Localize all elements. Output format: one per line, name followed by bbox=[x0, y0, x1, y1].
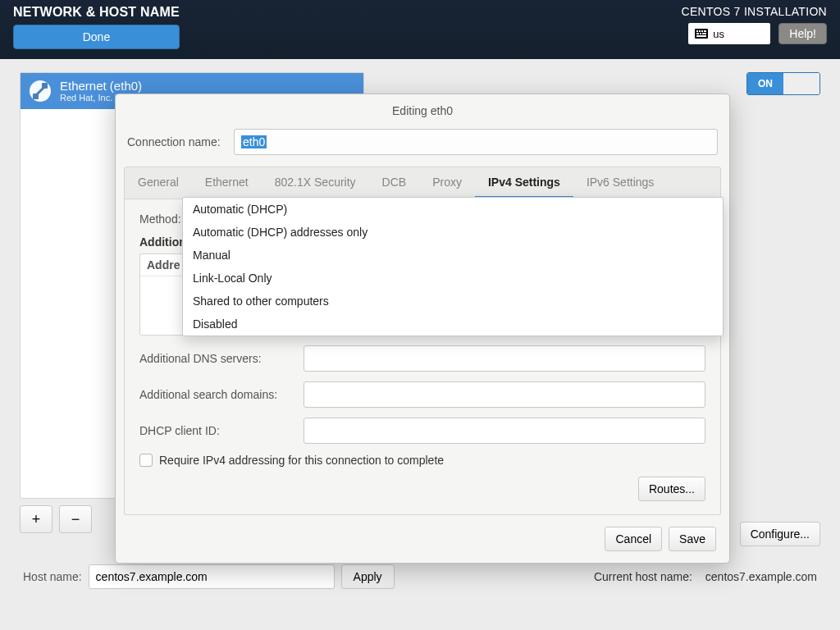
tab-dcb[interactable]: DCB bbox=[369, 167, 420, 199]
hostname-current: Current host name: centos7.example.com bbox=[594, 570, 817, 583]
svg-rect-4 bbox=[704, 30, 706, 32]
routes-row: Routes... bbox=[139, 477, 705, 501]
search-domains-row: Additional search domains: bbox=[139, 381, 705, 408]
tab-ipv4-settings[interactable]: IPv4 Settings bbox=[475, 167, 573, 199]
save-button[interactable]: Save bbox=[669, 527, 716, 551]
keyboard-indicator[interactable]: us bbox=[688, 23, 770, 44]
hostname-apply-button[interactable]: Apply bbox=[341, 564, 395, 589]
svg-rect-8 bbox=[696, 35, 706, 37]
header-tools: us Help! bbox=[688, 23, 827, 44]
svg-rect-1 bbox=[696, 30, 698, 32]
spoke-title: NETWORK & HOST NAME bbox=[13, 5, 180, 20]
keyboard-layout-label: us bbox=[713, 28, 724, 40]
dialog-buttons: Cancel Save bbox=[116, 515, 729, 551]
tab-proxy[interactable]: Proxy bbox=[419, 167, 475, 199]
dhcp-client-id-input[interactable] bbox=[304, 418, 705, 444]
svg-rect-2 bbox=[699, 30, 701, 32]
method-option-dhcp[interactable]: Automatic (DHCP) bbox=[183, 198, 723, 221]
dialog-title: Editing eth0 bbox=[116, 94, 729, 126]
installer-header: NETWORK & HOST NAME Done CENTOS 7 INSTAL… bbox=[0, 0, 840, 59]
tab-ipv6-settings[interactable]: IPv6 Settings bbox=[573, 167, 668, 199]
method-option-shared[interactable]: Shared to other computers bbox=[183, 290, 723, 313]
dhcp-client-id-row: DHCP client ID: bbox=[139, 418, 705, 444]
search-domains-input[interactable] bbox=[304, 381, 705, 408]
method-option-manual[interactable]: Manual bbox=[183, 244, 723, 267]
svg-rect-11 bbox=[42, 83, 48, 89]
connection-name-label: Connection name: bbox=[127, 135, 226, 148]
tab-8021x-security[interactable]: 802.1X Security bbox=[262, 167, 369, 199]
connection-name-value: eth0 bbox=[241, 135, 267, 148]
toggle-off-side bbox=[783, 73, 819, 94]
dns-label: Additional DNS servers: bbox=[139, 352, 295, 365]
require-ipv4-row[interactable]: Require IPv4 addressing for this connect… bbox=[139, 454, 705, 467]
toggle-on-label: ON bbox=[747, 73, 783, 94]
network-wired-icon bbox=[29, 80, 52, 103]
header-left: NETWORK & HOST NAME Done bbox=[13, 5, 180, 49]
dhcp-client-id-label: DHCP client ID: bbox=[139, 424, 295, 437]
require-ipv4-checkbox[interactable] bbox=[139, 454, 153, 467]
svg-rect-7 bbox=[702, 33, 706, 34]
current-hostname-value: centos7.example.com bbox=[705, 570, 817, 583]
cancel-button[interactable]: Cancel bbox=[605, 527, 662, 551]
method-option-link-local[interactable]: Link-Local Only bbox=[183, 267, 723, 290]
method-option-disabled[interactable]: Disabled bbox=[183, 313, 723, 336]
svg-rect-6 bbox=[700, 33, 701, 34]
hostname-edit: Host name: Apply bbox=[23, 564, 395, 589]
tab-ethernet[interactable]: Ethernet bbox=[192, 167, 262, 199]
method-label: Method: bbox=[139, 212, 189, 226]
add-device-button[interactable]: + bbox=[20, 505, 52, 533]
done-button[interactable]: Done bbox=[13, 25, 180, 49]
search-domains-label: Additional search domains: bbox=[139, 388, 295, 401]
dns-row: Additional DNS servers: bbox=[139, 345, 705, 372]
dns-input[interactable] bbox=[304, 345, 705, 372]
tab-general[interactable]: General bbox=[125, 167, 192, 199]
installer-brand: CENTOS 7 INSTALLATION bbox=[682, 5, 827, 18]
device-name: Ethernet (eth0) bbox=[60, 79, 142, 93]
method-option-dhcp-addr-only[interactable]: Automatic (DHCP) addresses only bbox=[183, 221, 723, 244]
connection-name-row: Connection name: eth0 bbox=[116, 126, 729, 158]
svg-rect-3 bbox=[701, 30, 703, 32]
svg-rect-10 bbox=[33, 94, 39, 99]
help-button[interactable]: Help! bbox=[778, 23, 827, 44]
connection-name-input[interactable]: eth0 bbox=[234, 129, 718, 155]
require-ipv4-label: Require IPv4 addressing for this connect… bbox=[159, 454, 444, 467]
hostname-input[interactable] bbox=[89, 564, 335, 589]
configure-button[interactable]: Configure... bbox=[740, 522, 820, 546]
keyboard-icon bbox=[695, 29, 708, 39]
hostname-row: Host name: Apply Current host name: cent… bbox=[20, 564, 820, 589]
hostname-label: Host name: bbox=[23, 570, 82, 583]
current-hostname-label: Current host name: bbox=[594, 570, 692, 583]
method-dropdown[interactable]: Automatic (DHCP) Automatic (DHCP) addres… bbox=[182, 197, 724, 336]
svg-rect-5 bbox=[696, 33, 699, 34]
routes-button[interactable]: Routes... bbox=[638, 477, 705, 501]
dialog-tabs: General Ethernet 802.1X Security DCB Pro… bbox=[124, 167, 721, 199]
remove-device-button[interactable]: − bbox=[59, 505, 92, 533]
connection-toggle[interactable]: ON bbox=[746, 72, 820, 95]
header-right: CENTOS 7 INSTALLATION us Help! bbox=[682, 5, 827, 44]
